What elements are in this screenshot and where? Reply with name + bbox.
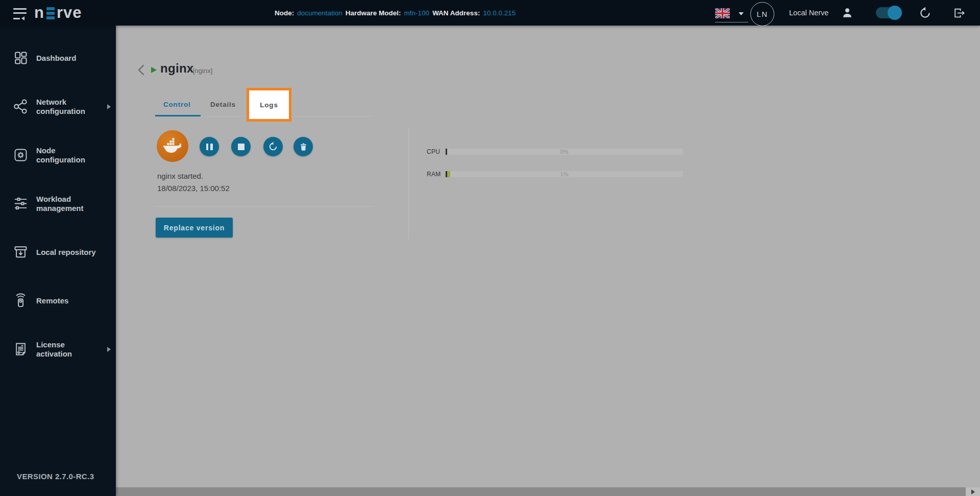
- app-version: VERSION 2.7.0-RC.3: [17, 472, 94, 481]
- language-select-underline: [715, 22, 748, 22]
- wan-address-label: WAN Address:: [432, 9, 480, 17]
- sidebar-item-local-repository[interactable]: Local repository: [0, 228, 116, 276]
- logo-letter-n: n: [34, 4, 44, 22]
- scrollbar-thumb[interactable]: [116, 487, 966, 496]
- divider: [155, 206, 373, 207]
- cpu-usage-bar: 0%: [446, 149, 683, 155]
- license-document-icon: [13, 341, 29, 357]
- remote-control-icon: [13, 293, 29, 309]
- workload-name: nginx: [160, 61, 194, 76]
- sidebar-item-remotes[interactable]: Remotes: [0, 276, 116, 325]
- ram-usage-bar: 1%: [446, 171, 683, 177]
- cpu-usage-row: CPU 0%: [427, 148, 683, 155]
- sidebar-item-dashboard[interactable]: Dashboard: [0, 34, 116, 82]
- toggle-knob: [888, 6, 902, 20]
- sidebar-item-node-configuration[interactable]: Node configuration: [0, 131, 116, 179]
- workload-status-message: nginx started.: [157, 172, 203, 180]
- logout-icon[interactable]: [952, 7, 966, 19]
- ram-percent-value: 1%: [446, 171, 683, 177]
- pause-workload-button[interactable]: [200, 137, 219, 156]
- repository-icon: [13, 244, 29, 260]
- user-avatar[interactable]: LN: [750, 2, 774, 26]
- trash-icon: [299, 142, 308, 152]
- vertical-divider: [408, 127, 409, 239]
- avatar-initials: LN: [756, 10, 768, 18]
- cpu-percent-value: 0%: [446, 149, 683, 155]
- logo-letters-rve: rve: [57, 4, 82, 22]
- active-tab-underline: [155, 115, 201, 116]
- tab-control[interactable]: Control: [163, 101, 191, 108]
- triangle-left-icon: [21, 16, 24, 20]
- dashboard-icon: [13, 50, 29, 66]
- cpu-label: CPU: [427, 148, 442, 155]
- scrollbar-right-button[interactable]: [966, 487, 980, 496]
- workload-tag: [nginx]: [193, 67, 212, 75]
- replace-version-button[interactable]: Replace version: [156, 218, 233, 238]
- reload-icon[interactable]: [919, 7, 932, 19]
- back-chevron-icon[interactable]: [136, 64, 148, 76]
- stop-icon: [238, 144, 244, 150]
- running-status-play-icon: [151, 67, 157, 73]
- restart-icon: [268, 141, 278, 152]
- sliders-icon: [13, 196, 29, 211]
- restart-workload-button[interactable]: [263, 137, 283, 156]
- sidebar-item-workload-management[interactable]: Workload management: [0, 179, 116, 228]
- workload-detail-page: nginx [nginx] Control Details Logs: [116, 26, 980, 496]
- tab-details[interactable]: Details: [210, 101, 236, 108]
- app-root: n rve Node: documentation Hardware Model…: [0, 0, 980, 496]
- sidebar-nav: Dashboard Network configuration: [0, 26, 116, 496]
- sidebar-item-license-activation[interactable]: License activation: [0, 325, 116, 373]
- delete-workload-button[interactable]: [293, 137, 313, 156]
- nerve-logo: n rve: [34, 0, 82, 26]
- node-label: Node:: [275, 9, 294, 17]
- ram-usage-row: RAM 1%: [427, 171, 683, 178]
- language-uk-flag-icon[interactable]: [715, 8, 730, 18]
- logo-e-bars-icon: [46, 7, 55, 19]
- chevron-right-icon: [107, 104, 111, 109]
- hardware-model-label: Hardware Model:: [346, 9, 401, 17]
- tab-logs[interactable]: Logs: [260, 101, 278, 109]
- node-value-link[interactable]: documentation: [297, 9, 342, 17]
- pause-icon: [206, 144, 213, 150]
- logs-tab-highlight-box: Logs: [247, 88, 291, 122]
- user-account-icon[interactable]: [841, 6, 854, 19]
- user-name: Local Nerve: [789, 0, 828, 26]
- top-bar: n rve Node: documentation Hardware Model…: [0, 0, 980, 26]
- chevron-right-icon: [107, 347, 111, 352]
- session-toggle-switch[interactable]: [876, 7, 900, 18]
- docker-workload-icon: [157, 130, 188, 162]
- wan-address-value: 10.0.0.215: [483, 9, 516, 17]
- hardware-model-value: mfn-100: [404, 9, 430, 17]
- stop-workload-button[interactable]: [231, 137, 251, 156]
- workload-status-timestamp: 18/08/2023, 15:00:52: [157, 184, 230, 193]
- sidebar-item-network-configuration[interactable]: Network configuration: [0, 82, 116, 131]
- ram-label: RAM: [427, 171, 442, 178]
- menu-collapse-icon[interactable]: [13, 8, 27, 20]
- node-settings-icon: [13, 147, 29, 163]
- language-dropdown-caret-icon[interactable]: [739, 12, 744, 15]
- node-info-bar: Node: documentation Hardware Model: mfn-…: [275, 0, 516, 26]
- horizontal-scrollbar[interactable]: [116, 487, 980, 496]
- arrow-right-icon: [971, 489, 975, 494]
- network-icon: [13, 99, 29, 114]
